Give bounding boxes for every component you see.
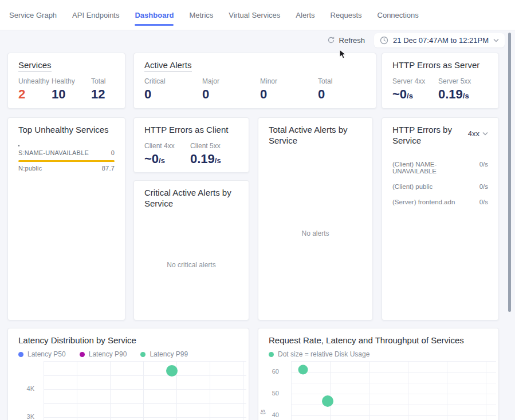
clock-icon [380, 36, 388, 45]
time-range-label: 21 Dec 07:47AM to 12:21PM [393, 36, 489, 45]
list-item[interactable]: S:NAME-UNAVAILABLE 0 [18, 145, 115, 156]
top-unhealthy-list: S:NAME-UNAVAILABLE 0 N:public 87.7 [18, 145, 115, 172]
chart-plot-area [44, 361, 246, 420]
http-errors-client-card: HTTP Errors as Client Client 4xx ~0/s Cl… [133, 117, 249, 173]
legend-label: Latency P99 [150, 350, 188, 358]
request-rate-card: Request Rate, Latency and Throughput of … [258, 328, 499, 420]
tab-metrics[interactable]: Metrics [189, 11, 213, 19]
dashboard-toolbar: Refresh 21 Dec 07:47AM to 12:21PM [0, 30, 505, 50]
error-service-name: (Server) frontend.adn [392, 199, 455, 205]
y-tick-label: 3K [27, 413, 34, 420]
time-range-selector[interactable]: 21 Dec 07:47AM to 12:21PM [374, 33, 505, 47]
services-card: Services Unhealthy 2 Healthy 10 Total 12 [7, 53, 125, 109]
legend-dot-icon [80, 352, 85, 357]
tab-connections[interactable]: Connections [378, 11, 419, 19]
service-bar [18, 145, 19, 146]
critical-alerts-card: Critical Active Alerts by Service No cri… [133, 180, 249, 320]
refresh-label: Refresh [339, 36, 365, 45]
y-tick-label: 60 [272, 368, 279, 375]
stat-client-5xx: Client 5xx 0.19/s [190, 142, 221, 167]
legend-label: Latency P50 [27, 350, 66, 358]
service-value: 0 [111, 149, 115, 156]
chart-title: Latency Distribution by Service [18, 335, 136, 345]
top-unhealthy-title: Top Unhealthy Services [18, 125, 115, 136]
legend-dot-icon [140, 352, 146, 357]
scatter-point[interactable] [298, 365, 308, 375]
service-name: S:NAME-UNAVAILABLE [18, 149, 89, 156]
error-service-name: (Client) public [392, 183, 433, 190]
legend-dot-icon [18, 352, 23, 357]
legend-item[interactable]: Latency P50 [18, 350, 66, 358]
stat-unhealthy: Unhealthy 2 [18, 77, 52, 102]
total-alerts-title: Total Active Alerts by Service [269, 125, 360, 146]
http-errors-rows: (Client) NAME-UNAVAILABLE 0/s (Client) p… [392, 158, 488, 208]
total-alerts-card: Total Active Alerts by Service No alerts [258, 117, 373, 320]
tab-service-graph[interactable]: Service Graph [9, 11, 57, 19]
table-row[interactable]: (Server) frontend.adn 0/s [392, 196, 488, 208]
vertical-scrollbar-thumb[interactable] [508, 33, 511, 312]
active-alerts-card-title[interactable]: Active Alerts [144, 60, 365, 71]
stat-critical: Critical 0 [144, 77, 202, 102]
table-row[interactable]: (Client) public 0/s [392, 180, 488, 193]
legend-dot-icon [269, 352, 274, 357]
empty-state-text: No alerts [258, 229, 372, 237]
tab-requests[interactable]: Requests [331, 11, 362, 19]
stat-client-4xx: Client 4xx ~0/s [144, 142, 190, 167]
error-rate-value: 0/s [479, 183, 488, 190]
legend-item[interactable]: Latency P99 [140, 350, 188, 358]
empty-state-text: No critical alerts [134, 261, 249, 269]
refresh-button[interactable]: Refresh [327, 36, 365, 45]
services-card-title[interactable]: Services [18, 60, 115, 71]
error-service-name: (Client) NAME-UNAVAILABLE [392, 161, 479, 175]
http-errors-filter-select[interactable]: 4xx [468, 129, 488, 138]
http-errors-by-service-title: HTTP Errors by Service [392, 125, 455, 146]
chart-plot-area [291, 361, 496, 420]
stat-server-4xx: Server 4xx ~0/s [392, 77, 438, 102]
y-axis-ticks: 4K3K [13, 361, 39, 420]
legend-item[interactable]: Latency P90 [80, 350, 127, 358]
table-row[interactable]: (Client) NAME-UNAVAILABLE 0/s [392, 158, 488, 177]
stat-minor: Minor 0 [260, 77, 318, 102]
service-bar [18, 160, 115, 162]
y-axis-label: (s [259, 409, 266, 414]
legend-label: Dot size = relative Disk Usage [278, 350, 369, 358]
error-rate-value: 0/s [479, 161, 488, 175]
tab-dashboard[interactable]: Dashboard [135, 11, 174, 19]
error-rate-value: 0/s [479, 199, 488, 205]
http-errors-server-title: HTTP Errors as Server [392, 60, 488, 71]
legend-label: Latency P90 [89, 350, 127, 358]
tab-api-endpoints[interactable]: API Endpoints [72, 11, 119, 19]
chart-title: Request Rate, Latency and Throughput of … [269, 335, 464, 345]
stat-total: Total 12 [91, 77, 105, 102]
http-errors-by-service-card: HTTP Errors by Service 4xx (Client) NAME… [382, 117, 499, 320]
y-tick-label: 50 [272, 390, 279, 397]
stat-alert-total: Total 0 [318, 77, 332, 102]
y-tick-label: 40 [272, 411, 279, 418]
latency-distribution-card: Latency Distribution by Service Latency … [7, 328, 249, 420]
critical-alerts-title: Critical Active Alerts by Service [144, 188, 236, 209]
y-tick-label: 4K [27, 385, 34, 392]
scatter-point[interactable] [166, 365, 178, 377]
chart-legend: Latency P50Latency P90Latency P99 [18, 350, 188, 358]
refresh-icon [327, 36, 335, 44]
http-errors-client-title: HTTP Errors as Client [144, 125, 238, 136]
service-name: N:public [18, 165, 42, 172]
chart-legend: Dot size = relative Disk Usage [269, 350, 369, 358]
stat-healthy: Healthy 10 [52, 77, 91, 102]
top-navbar: Service Graph API Endpoints Dashboard Me… [0, 0, 515, 30]
legend-item[interactable]: Dot size = relative Disk Usage [269, 350, 369, 358]
http-errors-server-card: HTTP Errors as Server Server 4xx ~0/s Se… [382, 53, 499, 109]
tab-alerts[interactable]: Alerts [296, 11, 314, 19]
stat-major: Major 0 [202, 77, 260, 102]
list-item[interactable]: N:public 87.7 [18, 160, 115, 172]
chevron-down-icon [482, 132, 488, 136]
scatter-point[interactable] [322, 395, 333, 407]
chevron-down-icon [493, 38, 499, 42]
active-alerts-card: Active Alerts Critical 0 Major 0 Minor 0… [133, 53, 376, 109]
top-unhealthy-card: Top Unhealthy Services S:NAME-UNAVAILABL… [7, 117, 125, 320]
stat-server-5xx: Server 5xx 0.19/s [438, 77, 471, 102]
tab-virtual-services[interactable]: Virtual Services [229, 11, 280, 19]
service-value: 87.7 [102, 165, 115, 172]
